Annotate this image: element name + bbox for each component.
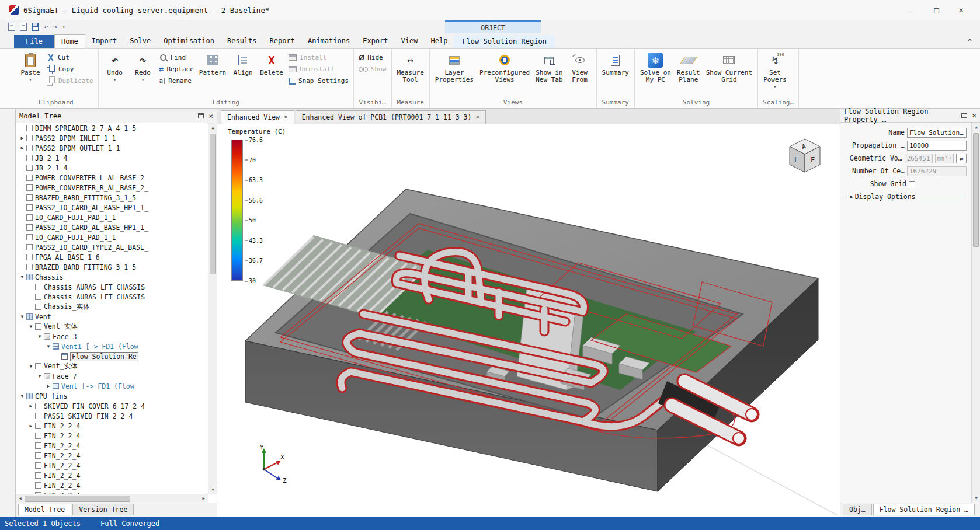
show-in-new-tab-button[interactable]: Show in New Tab xyxy=(533,51,565,85)
tab-results[interactable]: Results xyxy=(221,34,263,48)
layer-properties-button[interactable]: Layer Properties xyxy=(432,51,477,85)
viewport-tab-enhanced-view-pcb1[interactable]: Enhanced View of PCB1 (PRT0001_7_1_11_3_… xyxy=(296,110,486,124)
preconfigured-views-button[interactable]: Preconfigured Views xyxy=(477,51,533,85)
expander-icon[interactable]: ▼ xyxy=(44,344,53,349)
tree-horizontal-scrollbar[interactable]: ◀ ▶ xyxy=(16,494,208,503)
close-tab-icon[interactable]: × xyxy=(475,114,479,121)
tree-checkbox[interactable] xyxy=(35,304,41,310)
tab-report[interactable]: Report xyxy=(263,34,301,48)
tab-model-tree[interactable]: Model Tree xyxy=(18,504,71,515)
tree-item[interactable]: Chassis_实体 xyxy=(16,302,208,312)
expander-icon[interactable]: ▼ xyxy=(18,393,26,399)
close-button[interactable]: × xyxy=(959,5,964,15)
expander-icon[interactable]: ▶ xyxy=(18,145,26,151)
view-cube[interactable]: A L F xyxy=(786,137,823,176)
tree-checkbox[interactable] xyxy=(26,125,33,131)
tree-item[interactable]: ▼Vent xyxy=(16,312,208,322)
tree-checkbox[interactable] xyxy=(26,234,33,240)
tree-item[interactable]: BRAZED_BARD_FITTING_3_1_5 xyxy=(16,193,208,203)
tree-item[interactable]: PASS2_IO_CARD_AL_BASE_HP1_1_ xyxy=(16,222,208,232)
viewport-3d-canvas[interactable]: Temperature (C) 76.67063.356.65043.336.7… xyxy=(217,124,840,517)
redo-button[interactable]: ↷ Redo ▾ xyxy=(129,51,157,83)
expander-icon[interactable]: ▶ xyxy=(27,403,35,409)
tree-item[interactable]: JB_2_1_4 xyxy=(16,153,208,163)
tree-checkbox[interactable] xyxy=(26,135,33,141)
scroll-left-icon[interactable]: ◀ xyxy=(16,494,25,503)
expander-icon[interactable]: ▼ xyxy=(36,334,44,339)
scroll-down-icon[interactable]: ▼ xyxy=(972,494,980,503)
tree-item[interactable]: FIN_2_2_4 xyxy=(16,470,208,480)
tab-home[interactable]: Home xyxy=(54,34,85,48)
quick-access-customize-icon[interactable]: ▾ xyxy=(62,25,65,30)
property-vertical-scrollbar[interactable]: ▲ ▼ xyxy=(971,123,980,503)
tree-item[interactable]: ▼Face 7 xyxy=(16,371,208,381)
paste-dropdown-icon[interactable]: ▾ xyxy=(29,78,32,82)
tree-item[interactable]: FIN_2_2_4 xyxy=(16,431,208,441)
replace-button[interactable]: ⇄Replace xyxy=(157,64,196,75)
undo-button[interactable]: ↶ Undo ▾ xyxy=(101,51,129,83)
unit-swap-button[interactable]: ⇄ xyxy=(956,154,967,163)
name-field[interactable] xyxy=(907,128,967,138)
tree-vertical-scrollbar[interactable]: ▲ ▼ xyxy=(208,123,217,494)
scroll-down-icon[interactable]: ▼ xyxy=(208,485,217,494)
close-tab-icon[interactable]: × xyxy=(284,114,288,121)
rename-button[interactable]: aRename xyxy=(157,75,196,86)
tree-checkbox[interactable] xyxy=(26,184,33,191)
tree-checkbox[interactable] xyxy=(26,224,33,231)
tree-checkbox[interactable] xyxy=(35,323,41,330)
copy-button[interactable]: Copy xyxy=(44,64,96,75)
tree-checkbox[interactable] xyxy=(35,363,41,369)
display-options-expander-icon[interactable]: ▶ xyxy=(850,194,853,200)
quick-undo-icon[interactable]: ↶ xyxy=(44,23,48,31)
tree-item[interactable]: FIN_2_2_4 xyxy=(16,461,208,470)
tree-checkbox[interactable] xyxy=(35,482,41,489)
hide-button[interactable]: ∅Hide xyxy=(356,52,389,63)
summary-button[interactable]: Summary xyxy=(599,51,632,78)
minimize-button[interactable]: – xyxy=(909,5,914,15)
tree-item[interactable]: ▼CPU fins xyxy=(16,391,208,401)
tree-checkbox[interactable] xyxy=(26,254,33,260)
tree-vscroll-thumb[interactable] xyxy=(210,134,216,274)
tree-checkbox[interactable] xyxy=(35,433,41,439)
expander-icon[interactable]: ▼ xyxy=(18,314,26,319)
tree-item[interactable]: IO_CARD_FUJI_PAD_1_1 xyxy=(16,212,208,222)
tree-checkbox[interactable] xyxy=(26,165,33,171)
expander-icon[interactable]: ▼ xyxy=(18,274,26,280)
scroll-up-icon[interactable]: ▲ xyxy=(972,123,980,131)
tree-checkbox[interactable] xyxy=(26,204,33,211)
solve-on-my-pc-button[interactable]: ❄ Solve on My PC xyxy=(637,51,674,85)
quick-redo-icon[interactable]: ↷ xyxy=(53,23,58,31)
tree-item[interactable]: ▶PASS2_BPDM_INLET_1_1 xyxy=(16,133,208,143)
tab-import[interactable]: Import xyxy=(85,34,123,48)
tree-checkbox[interactable] xyxy=(26,244,33,250)
tab-animations[interactable]: Animations xyxy=(301,34,356,48)
tree-checkbox[interactable] xyxy=(35,472,41,479)
float-panel-icon[interactable] xyxy=(961,113,967,118)
tree-hscroll-thumb[interactable] xyxy=(25,496,130,502)
tree-item[interactable]: DIMM_SPREADER_2_7_A_4_1_5 xyxy=(16,123,208,133)
tree-item[interactable]: Flow Solution Re xyxy=(16,351,208,361)
undo-dropdown-icon[interactable]: ▾ xyxy=(113,78,116,82)
tab-file[interactable]: File xyxy=(14,35,54,48)
set-powers-dropdown-icon[interactable]: ▾ xyxy=(774,85,777,89)
tree-item[interactable]: ▶PASS2_BPDM_OUTLET_1_1 xyxy=(16,143,208,153)
tree-checkbox[interactable] xyxy=(26,264,33,270)
expander-icon[interactable]: ▼ xyxy=(36,374,44,379)
tree-item[interactable]: FIN_2_2_4 xyxy=(16,480,208,490)
expander-icon[interactable]: ▼ xyxy=(27,324,35,329)
tab-solve[interactable]: Solve xyxy=(123,34,157,48)
expander-icon[interactable]: ▼ xyxy=(27,364,35,369)
delete-button[interactable]: X Delete xyxy=(257,51,286,78)
tree-item[interactable]: FIN_2_2_4 xyxy=(16,451,208,461)
tree-item[interactable]: Chassis_AURAS_LFT_CHASSIS xyxy=(16,292,208,302)
tab-version-tree[interactable]: Version Tree xyxy=(72,504,134,515)
pattern-button[interactable]: Pattern xyxy=(196,51,229,78)
tree-checkbox[interactable] xyxy=(35,442,41,449)
tree-checkbox[interactable] xyxy=(26,155,33,161)
view-from-button[interactable]: View From xyxy=(566,51,594,85)
tree-item[interactable]: ▼Vent_实体 xyxy=(16,361,208,371)
tree-checkbox[interactable] xyxy=(35,413,41,419)
tree-item[interactable]: ▼Vent1 [-> FD1 (Flow xyxy=(16,341,208,351)
save-icon[interactable] xyxy=(32,23,39,31)
tree-checkbox[interactable] xyxy=(35,462,41,469)
